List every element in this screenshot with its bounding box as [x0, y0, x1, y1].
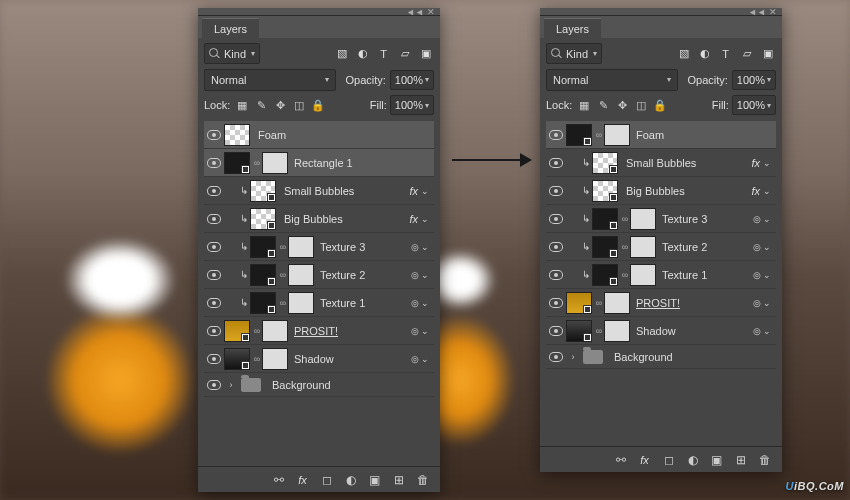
visibility-eye-icon[interactable]: [207, 130, 221, 140]
visibility-eye-icon[interactable]: [207, 298, 221, 308]
layer-small-bubbles[interactable]: ↳ Small Bubbles fx ⌄: [546, 149, 776, 177]
filter-shape-icon[interactable]: ▱: [738, 45, 755, 62]
link-icon[interactable]: ∞: [620, 214, 630, 224]
layer-thumb[interactable]: [592, 180, 618, 202]
filter-type-icon[interactable]: T: [375, 45, 392, 62]
disclosure-icon[interactable]: ›: [566, 352, 580, 362]
visibility-eye-icon[interactable]: [207, 326, 221, 336]
filter-shape-icon[interactable]: ▱: [396, 45, 413, 62]
smart-filter-icon[interactable]: ◎: [752, 326, 762, 336]
fx-menu-icon[interactable]: fx: [637, 452, 652, 467]
link-icon[interactable]: ∞: [620, 242, 630, 252]
layer-thumb[interactable]: [592, 208, 618, 230]
chevron-down-icon[interactable]: ⌄: [420, 242, 430, 252]
fx-menu-icon[interactable]: fx: [295, 472, 310, 487]
layer-shadow[interactable]: ∞ Shadow ◎ ⌄: [546, 317, 776, 345]
chevron-down-icon[interactable]: ⌄: [420, 186, 430, 196]
filter-type-icon[interactable]: T: [717, 45, 734, 62]
add-mask-icon[interactable]: ◻: [319, 472, 334, 487]
add-mask-icon[interactable]: ◻: [661, 452, 676, 467]
lock-position-icon[interactable]: ✥: [271, 96, 289, 114]
opacity-field[interactable]: 100% ▾: [732, 70, 776, 90]
layer-thumb[interactable]: [250, 208, 276, 230]
visibility-eye-icon[interactable]: [549, 298, 563, 308]
layer-thumb[interactable]: [592, 236, 618, 258]
visibility-eye-icon[interactable]: [549, 214, 563, 224]
blend-mode-select[interactable]: Normal ▾: [546, 69, 678, 91]
mask-thumb[interactable]: [604, 320, 630, 342]
layer-thumb[interactable]: [250, 236, 276, 258]
visibility-eye-icon[interactable]: [549, 352, 563, 362]
layer-texture1[interactable]: ↳ ∞ Texture 1 ◎ ⌄: [546, 261, 776, 289]
chevron-down-icon[interactable]: ⌄: [762, 242, 772, 252]
fx-badge[interactable]: fx: [409, 185, 418, 197]
layer-thumb[interactable]: [566, 292, 592, 314]
visibility-eye-icon[interactable]: [549, 158, 563, 168]
lock-pixels-icon[interactable]: ✎: [252, 96, 270, 114]
chevron-down-icon[interactable]: ⌄: [420, 270, 430, 280]
new-layer-icon[interactable]: ⊞: [391, 472, 406, 487]
mask-thumb[interactable]: [630, 236, 656, 258]
chevron-down-icon[interactable]: ⌄: [420, 354, 430, 364]
smart-filter-icon[interactable]: ◎: [410, 270, 420, 280]
fx-badge[interactable]: fx: [751, 185, 760, 197]
visibility-eye-icon[interactable]: [207, 214, 221, 224]
link-icon[interactable]: ∞: [594, 326, 604, 336]
adjustment-icon[interactable]: ◐: [685, 452, 700, 467]
link-layers-icon[interactable]: ⚯: [271, 472, 286, 487]
visibility-eye-icon[interactable]: [549, 242, 563, 252]
lock-all-icon[interactable]: 🔒: [651, 96, 669, 114]
visibility-eye-icon[interactable]: [207, 354, 221, 364]
smart-filter-icon[interactable]: ◎: [410, 242, 420, 252]
layer-foam[interactable]: ∞ Foam: [546, 121, 776, 149]
layer-thumb[interactable]: [250, 180, 276, 202]
link-layers-icon[interactable]: ⚯: [613, 452, 628, 467]
collapse-icon[interactable]: ◄◄: [752, 8, 762, 16]
lock-all-icon[interactable]: 🔒: [309, 96, 327, 114]
visibility-eye-icon[interactable]: [207, 186, 221, 196]
chevron-down-icon[interactable]: ⌄: [420, 326, 430, 336]
visibility-eye-icon[interactable]: [549, 326, 563, 336]
new-group-icon[interactable]: ▣: [367, 472, 382, 487]
tab-layers[interactable]: Layers: [202, 18, 259, 38]
layer-thumb[interactable]: [592, 152, 618, 174]
chevron-down-icon[interactable]: ⌄: [762, 158, 772, 168]
visibility-eye-icon[interactable]: [207, 380, 221, 390]
smart-filter-icon[interactable]: ◎: [410, 298, 420, 308]
layer-thumb[interactable]: [592, 264, 618, 286]
layer-foam[interactable]: Foam: [204, 121, 434, 149]
layer-prosit[interactable]: ∞ PROSIT! ◎ ⌄: [204, 317, 434, 345]
filter-pixel-icon[interactable]: ▧: [675, 45, 692, 62]
mask-thumb[interactable]: [288, 236, 314, 258]
smart-filter-icon[interactable]: ◎: [752, 270, 762, 280]
fx-badge[interactable]: fx: [751, 157, 760, 169]
mask-thumb[interactable]: [630, 264, 656, 286]
visibility-eye-icon[interactable]: [207, 158, 221, 168]
close-icon[interactable]: ✕: [768, 8, 778, 16]
new-layer-icon[interactable]: ⊞: [733, 452, 748, 467]
mask-thumb[interactable]: [288, 292, 314, 314]
link-icon[interactable]: ∞: [278, 242, 288, 252]
smart-filter-icon[interactable]: ◎: [410, 354, 420, 364]
layer-background-group[interactable]: › Background: [546, 345, 776, 369]
close-icon[interactable]: ✕: [426, 8, 436, 16]
layer-thumb[interactable]: [566, 320, 592, 342]
layer-big-bubbles[interactable]: ↳ Big Bubbles fx ⌄: [546, 177, 776, 205]
mask-thumb[interactable]: [262, 348, 288, 370]
chevron-down-icon[interactable]: ⌄: [420, 298, 430, 308]
visibility-eye-icon[interactable]: [207, 270, 221, 280]
link-icon[interactable]: ∞: [252, 326, 262, 336]
visibility-eye-icon[interactable]: [549, 186, 563, 196]
layer-texture1[interactable]: ↳ ∞ Texture 1 ◎ ⌄: [204, 289, 434, 317]
mask-thumb[interactable]: [288, 264, 314, 286]
layer-prosit[interactable]: ∞ PROSIT! ◎ ⌄: [546, 289, 776, 317]
mask-thumb[interactable]: [630, 208, 656, 230]
layer-filter-kind[interactable]: Kind ▾: [204, 43, 260, 64]
lock-artboard-icon[interactable]: ◫: [290, 96, 308, 114]
smart-filter-icon[interactable]: ◎: [752, 214, 762, 224]
disclosure-icon[interactable]: ›: [224, 380, 238, 390]
link-icon[interactable]: ∞: [278, 298, 288, 308]
smart-filter-icon[interactable]: ◎: [410, 326, 420, 336]
chevron-down-icon[interactable]: ⌄: [762, 270, 772, 280]
fx-badge[interactable]: fx: [409, 213, 418, 225]
